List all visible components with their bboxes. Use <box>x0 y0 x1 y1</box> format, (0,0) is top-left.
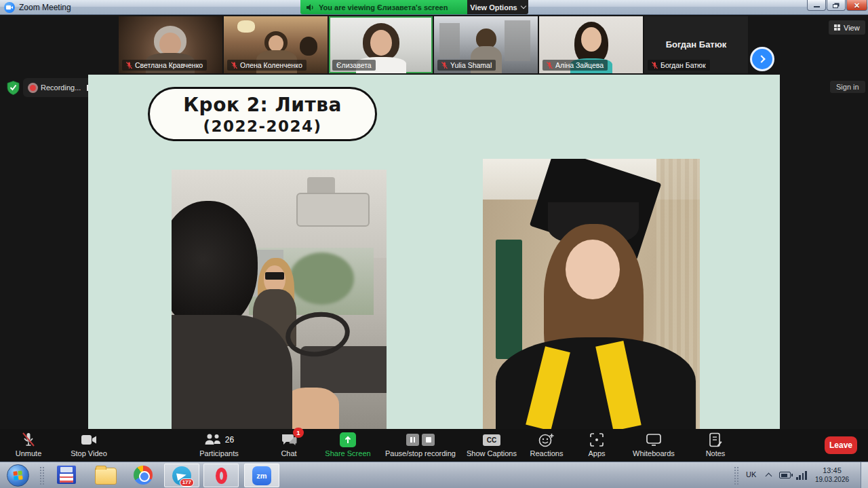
show-desktop-button[interactable] <box>861 462 868 488</box>
recording-label: Recording... <box>41 83 81 92</box>
street-building <box>439 23 460 58</box>
stop-video-label: Stop Video <box>71 449 107 457</box>
video-tile[interactable]: Yulia Shamal <box>434 16 538 73</box>
video-tile[interactable]: Олена Коленченко <box>224 16 328 73</box>
video-tile-no-video[interactable]: Богдан Батюк Богдан Батюк <box>644 16 748 73</box>
second-person-silhouette <box>300 37 317 56</box>
taskbar-item-opera[interactable] <box>203 464 239 487</box>
opera-icon <box>216 468 227 484</box>
participant-name-label: Богдан Батюк <box>648 60 710 71</box>
muted-mic-icon <box>547 62 553 69</box>
participant-face <box>269 35 283 52</box>
battery-icon[interactable] <box>779 472 791 478</box>
taskbar-item-zoom[interactable]: zm <box>244 464 279 487</box>
video-camera-icon <box>81 434 97 446</box>
windows-logo-icon <box>13 470 23 480</box>
pause-stop-recording-button[interactable]: Pause/stop recording <box>381 432 460 457</box>
whiteboards-label: Whiteboards <box>633 449 675 457</box>
close-icon: ✕ <box>854 1 860 10</box>
video-tile-active-speaker[interactable]: Єлизавета <box>329 16 433 73</box>
minimize-button[interactable] <box>807 0 826 11</box>
meeting-area: Светлана Кравченко Олена Коленченко Єлиз… <box>0 15 868 462</box>
reactions-button[interactable]: Reactions <box>524 432 570 457</box>
notes-button[interactable]: Notes <box>693 432 738 457</box>
gallery-grid-icon <box>834 24 840 31</box>
taskbar-item-telegram[interactable]: 177 <box>164 464 199 487</box>
window-title: Zoom Meeting <box>19 3 71 12</box>
participants-button[interactable]: 26 Participants <box>189 432 250 457</box>
meeting-toolbar: Unmute Stop Video 26 Participants <box>0 429 868 462</box>
language-indicator[interactable]: UK <box>746 470 756 478</box>
whiteboards-button[interactable]: Whiteboards <box>623 432 685 457</box>
chevron-right-icon <box>757 55 765 62</box>
unmute-label: Unmute <box>16 449 42 457</box>
restore-icon <box>833 4 838 8</box>
pause-stop-recording-label: Pause/stop recording <box>385 449 456 457</box>
share-screen-button[interactable]: Share Screen <box>317 432 378 457</box>
reactions-smiley-icon <box>538 432 555 447</box>
taskbar-item-save-app[interactable] <box>57 466 76 484</box>
graduate-face <box>566 240 620 299</box>
next-participants-page-button[interactable] <box>752 49 772 69</box>
muted-mic-icon <box>22 432 35 447</box>
participant-name: Yulia Shamal <box>450 61 492 69</box>
chat-button[interactable]: 1 Chat <box>270 432 308 457</box>
share-screen-icon <box>340 432 356 447</box>
view-layout-button[interactable]: View <box>829 20 865 35</box>
notes-icon <box>709 432 722 447</box>
view-label: View <box>844 24 860 32</box>
participant-name: Олена Коленченко <box>240 61 302 69</box>
participant-name-label: Олена Коленченко <box>227 60 307 71</box>
telegram-icon: 177 <box>172 466 191 485</box>
video-tile[interactable]: Светлана Кравченко <box>119 16 222 73</box>
unmute-button[interactable]: Unmute <box>5 432 52 457</box>
zoom-app-icon <box>4 2 15 13</box>
pause-recording-icon[interactable] <box>406 434 419 446</box>
muted-mic-icon <box>231 62 237 69</box>
recording-dot-icon <box>30 85 36 91</box>
participants-label: Participants <box>199 449 238 457</box>
telegram-unread-badge: 177 <box>180 478 194 487</box>
shared-screen-slide: Крок 2: Литва (2022-2024) <box>88 75 780 429</box>
stop-video-button[interactable]: Stop Video <box>62 432 115 457</box>
muted-mic-icon <box>441 62 448 69</box>
participant-face <box>370 30 392 56</box>
tray-clock[interactable]: 13:45 19.03.2026 <box>812 466 852 485</box>
participant-name: Богдан Батюк <box>660 61 706 69</box>
speaker-icon <box>306 3 315 12</box>
leave-button[interactable]: Leave <box>825 436 857 454</box>
stop-recording-icon[interactable] <box>422 434 435 446</box>
screen-share-banner: You are viewing Єлизавета's screen <box>300 0 467 14</box>
windows-taskbar: 177 zm UK 13:45 19.03.2026 <box>0 462 868 488</box>
folder-icon <box>95 468 117 485</box>
muted-mic-icon <box>652 62 658 69</box>
restore-button[interactable] <box>827 0 846 11</box>
taskbar-item-file-explorer[interactable] <box>95 468 117 485</box>
security-shield-icon[interactable] <box>7 81 20 95</box>
whiteboard-icon <box>646 433 662 447</box>
show-captions-button[interactable]: CC Show Captions <box>461 432 522 457</box>
photo-graduate <box>483 159 700 429</box>
apps-button[interactable]: Apps <box>576 432 617 457</box>
slide-title-line2: (2022-2024) <box>203 117 321 135</box>
graduation-gown <box>496 337 695 429</box>
video-tile[interactable]: Аліна Зайцева <box>539 16 643 73</box>
participant-name-label: Yulia Shamal <box>437 60 496 71</box>
street-trees <box>290 252 354 304</box>
network-signal-icon[interactable] <box>796 470 808 480</box>
close-button[interactable]: ✕ <box>846 0 867 11</box>
view-options-label: View Options <box>470 3 517 12</box>
photo-woman-in-car <box>172 170 387 429</box>
car-sunvisor <box>296 193 370 227</box>
room-light <box>237 20 255 33</box>
taskbar-item-chrome[interactable] <box>134 466 153 485</box>
view-options-button[interactable]: View Options <box>467 0 528 14</box>
participant-name: Єлизавета <box>336 61 372 69</box>
minimize-icon <box>814 6 820 7</box>
start-button[interactable] <box>7 464 29 487</box>
muted-mic-icon <box>126 62 132 69</box>
hidden-icons-chevron[interactable] <box>766 473 772 480</box>
sign-in-button[interactable]: Sign in <box>830 81 865 93</box>
green-flag <box>496 240 521 358</box>
tray-time: 13:45 <box>812 466 852 475</box>
